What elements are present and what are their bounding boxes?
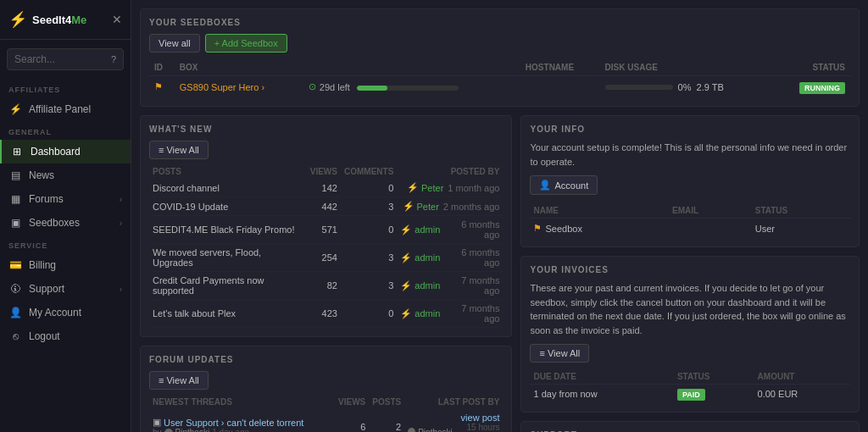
lightning-icon: ⚡ <box>8 10 27 29</box>
whats-new-view-all-button[interactable]: ≡ View All <box>149 141 209 159</box>
sidebar-item-news[interactable]: ▤ News <box>0 163 131 187</box>
left-column: WHAT'S NEW ≡ View All POSTS VIEWS COMMEN… <box>140 115 512 432</box>
status-badge: RUNNING <box>799 82 845 94</box>
chevron-right-icon: › <box>120 285 122 294</box>
section-label-service: SERVICE <box>0 235 131 253</box>
author-name: admin <box>415 252 440 263</box>
sidebar-item-label: Forums <box>29 193 64 205</box>
inv-col-amount: AMOUNT <box>754 369 850 385</box>
avatar <box>408 428 415 432</box>
info-col-status: STATUS <box>752 203 850 219</box>
news-icon: ▤ <box>8 169 22 181</box>
sidebar-item-forums[interactable]: ▦ Forums › <box>0 187 131 211</box>
author-time: 7 months ago <box>444 275 499 296</box>
sidebar-item-my-account[interactable]: 👤 My Account <box>0 301 131 324</box>
help-icon[interactable]: ? <box>111 54 116 64</box>
bolt-icon: ⚡ <box>407 182 419 193</box>
dashboard-icon: ⊞ <box>10 146 24 158</box>
posts-table: POSTS VIEWS COMMENTS POSTED BY Discord c… <box>149 164 503 328</box>
right-column: YOUR INFO Your account setup is complete… <box>520 115 860 432</box>
sidebar-item-label: Logout <box>29 330 60 342</box>
author-name: admin <box>415 224 440 235</box>
sidebar-item-label: News <box>29 169 54 181</box>
last-post-by: Pintheski <box>418 428 453 433</box>
chevron-right-icon: › <box>120 195 122 204</box>
col-hostname: HOSTNAME <box>520 59 600 76</box>
post-comments: 3 <box>341 272 397 300</box>
post-author: ⚡ Peter 2 months ago <box>397 197 503 216</box>
bolt-icon: ⚡ <box>400 308 412 319</box>
sidebar-item-label: Billing <box>29 259 56 271</box>
info-name: ⚑ Seedbox <box>530 219 669 239</box>
invoices-table: DUE DATE STATUS AMOUNT 1 day from now PA… <box>530 369 850 403</box>
post-author: ⚡ admin 7 months ago <box>397 300 503 328</box>
author-time: 7 months ago <box>444 303 499 324</box>
author-name: admin <box>415 280 440 291</box>
author-name: Peter <box>417 202 439 212</box>
seedboxes-actions: View all + Add Seedbox <box>149 34 850 53</box>
invoices-view-all-button[interactable]: ≡ View All <box>530 344 589 363</box>
sidebar-item-affiliate-panel[interactable]: ⚡ Affiliate Panel <box>0 97 131 121</box>
account-button[interactable]: 👤 Account <box>530 175 598 195</box>
post-author: ⚡ Peter 1 month ago <box>397 179 503 197</box>
view-all-button[interactable]: View all <box>149 34 200 53</box>
whats-new-card: WHAT'S NEW ≡ View All POSTS VIEWS COMMEN… <box>140 115 512 337</box>
col-id: ID <box>149 59 175 76</box>
section-label-affiliates: AFFILIATES <box>0 79 131 97</box>
table-row: We moved servers, Flood, Upgrades 254 3 … <box>149 244 503 272</box>
search-bar[interactable]: ? <box>7 48 124 70</box>
forum-col-views: VIEWS <box>335 395 369 409</box>
your-info-title: YOUR INFO <box>530 125 850 134</box>
bolt-icon: ⚡ <box>403 201 415 212</box>
your-info-card: YOUR INFO Your account setup is complete… <box>520 115 860 247</box>
forum-updates-card: FORUM UPDATES ≡ View All NEWEST THREADS … <box>140 346 512 432</box>
main-content: YOUR SEEDBOXES View all + Add Seedbox ID… <box>131 0 868 432</box>
post-comments: 3 <box>341 197 397 216</box>
thread-posts: 2 <box>369 409 404 432</box>
section-label-general: GENERAL <box>0 121 131 140</box>
post-title: Credit Card Payments now supported <box>149 272 307 300</box>
support-card: SUPPORT Please try to restart your seedb… <box>520 421 860 432</box>
post-title: Let's talk about Plex <box>149 300 307 328</box>
row-box: GS890 Super Hero › <box>175 76 303 98</box>
sidebar-item-dashboard[interactable]: ⊞ Dashboard <box>0 140 131 163</box>
logout-icon: ⎋ <box>8 330 22 342</box>
disk-size: 2.9 TB <box>697 82 724 92</box>
bolt-icon: ⚡ <box>400 280 412 291</box>
posts-col-comments: COMMENTS <box>341 164 397 179</box>
col-disk: DISK USAGE <box>600 59 775 76</box>
search-input[interactable] <box>14 53 86 65</box>
days-text: 29d left <box>320 82 350 92</box>
sidebar-item-logout[interactable]: ⎋ Logout <box>0 324 131 348</box>
post-views: 571 <box>307 216 341 244</box>
posts-col-author: POSTED BY <box>397 164 503 179</box>
thread-title-text: User Support › can't delete torrent <box>164 418 303 428</box>
seedbox-icon: ⚑ <box>533 223 542 234</box>
table-row: 1 day from now PAID 0.00 EUR <box>530 385 850 404</box>
forums-icon: ▦ <box>8 193 22 205</box>
table-row: SEEDIT4.ME Black Friday Promo! 571 0 ⚡ a… <box>149 216 503 244</box>
sidebar-item-seedboxes[interactable]: ▣ Seedboxes › <box>0 211 131 235</box>
row-days: ⊙ 29d left <box>303 76 520 98</box>
your-info-description: Your account setup is complete! This is … <box>530 141 850 169</box>
info-name-text: Seedbox <box>545 224 581 234</box>
close-icon[interactable]: ✕ <box>112 13 122 26</box>
post-views: 254 <box>307 244 341 272</box>
sidebar-item-billing[interactable]: 💳 Billing <box>0 253 131 277</box>
author-name: Peter <box>421 183 443 193</box>
row-disk: 0% 2.9 TB <box>600 76 775 98</box>
post-comments: 0 <box>341 179 397 197</box>
thread-by: Pintheski <box>175 428 210 432</box>
forum-view-all-button[interactable]: ≡ View All <box>149 371 209 390</box>
add-seedbox-button[interactable]: + Add Seedbox <box>205 34 287 53</box>
table-row: ⚑ Seedbox User <box>530 219 850 239</box>
inv-col-status: STATUS <box>674 369 754 385</box>
post-comments: 3 <box>341 244 397 272</box>
post-views: 142 <box>307 179 341 197</box>
seedboxes-table: ID BOX HOSTNAME DISK USAGE STATUS ⚑ GS89… <box>149 59 850 97</box>
table-row: COVID-19 Update 442 3 ⚡ Peter 2 months a… <box>149 197 503 216</box>
inv-status: PAID <box>674 385 754 404</box>
whats-new-title: WHAT'S NEW <box>149 125 503 134</box>
sidebar-item-support[interactable]: 🛈 Support › <box>0 277 131 301</box>
post-author: ⚡ admin 7 months ago <box>397 272 503 300</box>
